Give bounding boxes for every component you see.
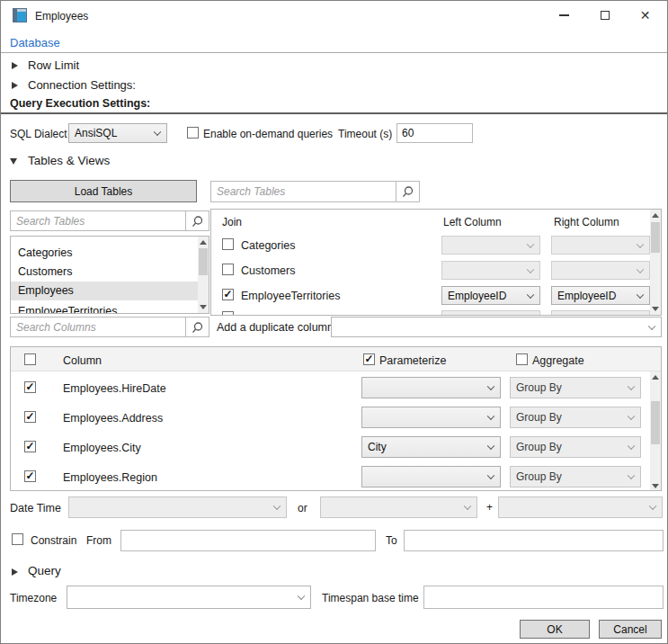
chevron-down-icon — [628, 472, 635, 479]
column-row-name: Employees.Address — [63, 412, 163, 425]
columns-table-scrollbar[interactable] — [650, 371, 661, 491]
date-time-select-1[interactable] — [68, 496, 287, 518]
app-table-icon — [13, 8, 27, 22]
search-tables-input-top[interactable] — [211, 182, 396, 201]
aggregate-select[interactable]: Group By — [510, 377, 641, 398]
to-input[interactable] — [404, 530, 664, 551]
right-column-header: Right Column — [554, 216, 619, 228]
minimize-button[interactable] — [544, 2, 584, 29]
chevron-right-icon — [12, 568, 18, 576]
from-input[interactable] — [120, 530, 376, 551]
parameter-select[interactable] — [361, 377, 501, 398]
chevron-down-icon — [637, 315, 644, 316]
join-panel-scrollbar[interactable] — [650, 210, 661, 315]
chevron-down-icon — [487, 383, 494, 390]
scrollbar-thumb[interactable] — [651, 401, 660, 444]
search-tables-input-left[interactable] — [11, 211, 185, 230]
join-row-checkbox[interactable] — [222, 311, 234, 316]
join-row-checkbox[interactable] — [222, 289, 234, 300]
chevron-down-icon — [649, 503, 656, 510]
ok-button[interactable]: OK — [520, 620, 590, 639]
on-demand-checkbox[interactable] — [187, 127, 199, 139]
join-right-column-select[interactable] — [551, 310, 650, 316]
date-time-select-3[interactable] — [498, 496, 663, 518]
search-tables-box-top — [210, 181, 420, 202]
window-title: Employees — [35, 10, 88, 22]
join-left-column-select[interactable] — [441, 236, 540, 255]
search-button[interactable] — [185, 318, 209, 336]
aggregate-checkbox[interactable] — [516, 353, 528, 365]
close-button[interactable]: ✕ — [625, 2, 665, 29]
scroll-up-icon — [652, 213, 659, 218]
chevron-down-icon — [527, 265, 534, 273]
chevron-down-icon — [273, 503, 281, 510]
constrain-checkbox[interactable] — [12, 533, 23, 545]
chevron-down-icon — [527, 315, 534, 316]
columns-table-header: Column Parameterize Aggregate — [11, 347, 661, 371]
sql-dialect-select[interactable]: AnsiSQL — [68, 123, 167, 143]
sql-dialect-value: AnsiSQL — [75, 127, 117, 139]
list-item[interactable]: Categories — [11, 244, 199, 263]
column-row-checkbox[interactable] — [24, 381, 36, 393]
or-label: or — [298, 502, 307, 514]
timezone-select[interactable] — [67, 586, 311, 609]
database-link[interactable]: Database — [10, 36, 60, 49]
scroll-up-icon — [200, 240, 207, 245]
timespan-base-time-input[interactable] — [423, 586, 664, 609]
list-item[interactable]: Customers — [11, 263, 199, 282]
scrollbar-thumb[interactable] — [199, 248, 208, 275]
join-left-column-select[interactable] — [441, 310, 540, 316]
maximize-button[interactable] — [584, 2, 625, 29]
from-label: From — [86, 534, 111, 547]
aggregate-select[interactable]: Group By — [510, 466, 641, 487]
aggregate-select[interactable]: Group By — [510, 407, 641, 428]
column-header-label: Column — [63, 354, 102, 367]
timezone-label: Timezone — [10, 592, 57, 604]
search-icon — [191, 321, 204, 334]
date-time-select-2[interactable] — [320, 496, 477, 518]
list-item-selected[interactable]: Employees — [11, 282, 199, 300]
join-row-checkbox[interactable] — [222, 238, 234, 250]
search-icon — [191, 215, 204, 228]
column-row-checkbox[interactable] — [24, 441, 36, 452]
tables-list-scrollbar[interactable] — [198, 237, 209, 313]
cancel-button[interactable]: Cancel — [599, 620, 662, 639]
join-right-column-select[interactable] — [551, 261, 650, 280]
join-row-checkbox[interactable] — [222, 264, 234, 275]
scrollbar-thumb[interactable] — [651, 222, 660, 253]
join-left-column-select[interactable] — [441, 261, 540, 280]
search-button[interactable] — [185, 211, 209, 230]
list-item[interactable]: EmployeeTerritories — [11, 302, 199, 314]
join-right-column-select[interactable]: EmployeeID — [551, 286, 650, 305]
load-tables-button[interactable]: Load Tables — [10, 180, 197, 202]
timeout-input[interactable] — [396, 123, 473, 143]
column-row-checkbox[interactable] — [24, 411, 36, 423]
join-row-name: Customers — [241, 264, 295, 277]
join-right-column-select[interactable] — [551, 236, 650, 255]
add-duplicate-column-select[interactable] — [331, 317, 662, 337]
scroll-down-icon — [652, 307, 659, 311]
search-button[interactable] — [396, 182, 419, 201]
column-row-name: Employees.City — [63, 442, 141, 454]
minimize-icon — [559, 14, 569, 16]
parameter-select[interactable] — [361, 407, 501, 428]
aggregate-label: Aggregate — [532, 354, 584, 367]
parameter-select[interactable] — [361, 466, 501, 487]
chevron-down-icon — [648, 322, 655, 329]
title-bar: Employees ✕ — [1, 1, 667, 30]
parameterize-checkbox[interactable] — [363, 353, 375, 365]
chevron-down-icon — [487, 443, 494, 450]
search-columns-input[interactable] — [11, 318, 185, 336]
chevron-down-icon — [298, 593, 305, 600]
parameter-select[interactable]: City — [361, 436, 501, 458]
chevron-down-icon — [527, 291, 534, 298]
column-row-name: Employees.HireDate — [63, 382, 166, 395]
add-duplicate-column-label: Add a duplicate column — [217, 321, 334, 334]
join-left-column-select[interactable]: EmployeeID — [441, 286, 540, 305]
chevron-down-icon — [10, 158, 17, 165]
aggregate-select[interactable]: Group By — [510, 436, 641, 458]
timespan-base-time-label: Timespan base time — [322, 592, 419, 604]
chevron-down-icon — [628, 413, 635, 420]
column-row-checkbox[interactable] — [24, 470, 36, 482]
select-all-checkbox[interactable] — [24, 353, 36, 365]
